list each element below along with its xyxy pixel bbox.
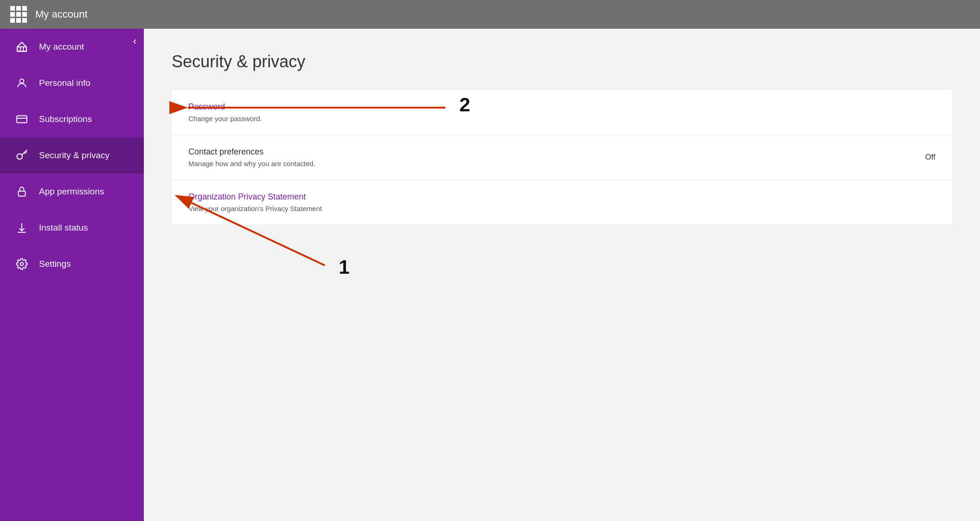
annotation-number-1: 1 <box>339 256 349 278</box>
svg-line-6 <box>26 152 26 153</box>
password-card-left: Password Change your password. <box>188 102 262 122</box>
contact-pref-desc: Manage how and why you are contacted. <box>188 160 316 167</box>
sidebar-label-security-privacy: Security & privacy <box>39 150 110 161</box>
person-icon <box>14 75 30 91</box>
org-privacy-card-item[interactable]: Organization Privacy Statement View your… <box>172 180 952 225</box>
contact-pref-title: Contact preferences <box>188 147 316 157</box>
sidebar-item-personal-info[interactable]: Personal info <box>0 65 144 101</box>
sidebar-item-app-permissions[interactable]: App permissions <box>0 174 144 210</box>
sidebar-label-settings: Settings <box>39 259 71 269</box>
content-area: Security & privacy Password Change your … <box>144 29 980 521</box>
svg-line-7 <box>24 153 25 154</box>
sidebar-item-my-account[interactable]: My account <box>0 29 144 65</box>
contact-pref-left: Contact preferences Manage how and why y… <box>188 147 316 167</box>
sidebar-label-personal-info: Personal info <box>39 78 90 88</box>
main-layout: ‹ My account Personal info <box>0 29 980 521</box>
org-privacy-left: Organization Privacy Statement View your… <box>188 192 322 212</box>
svg-rect-2 <box>17 116 27 122</box>
svg-rect-8 <box>18 191 25 196</box>
topbar-title: My account <box>35 8 88 20</box>
sidebar: ‹ My account Personal info <box>0 29 144 521</box>
svg-point-10 <box>20 263 24 266</box>
home-icon <box>14 39 30 55</box>
sidebar-collapse-button[interactable]: ‹ <box>133 36 136 46</box>
sidebar-label-install-status: Install status <box>39 223 88 233</box>
contact-preferences-card-item[interactable]: Contact preferences Manage how and why y… <box>172 135 952 180</box>
sidebar-item-security-privacy[interactable]: Security & privacy <box>0 137 144 174</box>
contact-pref-value: Off <box>925 153 935 162</box>
page-title: Security & privacy <box>172 52 952 71</box>
svg-point-4 <box>17 154 23 160</box>
password-desc: Change your password. <box>188 115 262 122</box>
svg-rect-0 <box>17 47 26 51</box>
card-icon <box>14 111 30 127</box>
download-icon <box>14 220 30 236</box>
security-cards: Password Change your password. Contact p… <box>172 90 952 225</box>
sidebar-label-subscriptions: Subscriptions <box>39 114 92 124</box>
sidebar-item-subscriptions[interactable]: Subscriptions <box>0 101 144 137</box>
svg-point-1 <box>20 79 24 83</box>
sidebar-item-settings[interactable]: Settings <box>0 246 144 282</box>
gear-icon <box>14 256 30 272</box>
org-privacy-desc: View your organization's Privacy Stateme… <box>188 205 322 212</box>
sidebar-item-install-status[interactable]: Install status <box>0 210 144 246</box>
password-card-item[interactable]: Password Change your password. <box>172 90 952 135</box>
sidebar-label-app-permissions: App permissions <box>39 187 104 197</box>
org-privacy-title: Organization Privacy Statement <box>188 192 322 202</box>
sidebar-label-my-account: My account <box>39 42 84 52</box>
grid-icon <box>10 6 27 23</box>
lock-icon <box>14 184 30 199</box>
top-bar: My account <box>0 0 980 29</box>
password-title: Password <box>188 102 262 112</box>
apps-grid-button[interactable] <box>9 5 28 24</box>
key-icon <box>14 148 30 163</box>
